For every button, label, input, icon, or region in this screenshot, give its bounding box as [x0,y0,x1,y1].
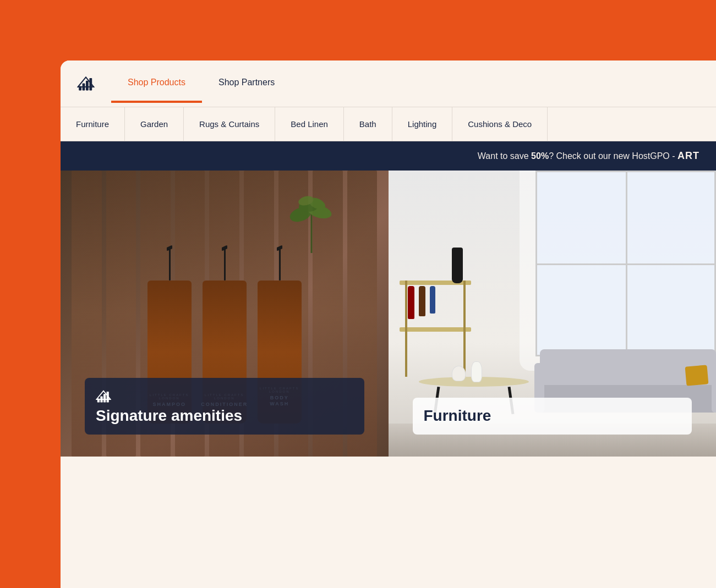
pump-conditioner [222,242,227,281]
window-frame [535,171,716,356]
cart-vase [452,248,463,283]
promo-text-before: Want to save [478,151,531,161]
main-card: Shop Products Shop Partners Furniture Ga… [61,61,716,588]
pump-shampoo [167,242,172,281]
top-nav: Shop Products Shop Partners [61,61,716,107]
cart-bottle-2 [419,286,425,316]
category-nav: Furniture Garden Rugs & Curtains Bed Lin… [61,107,716,141]
tab-shop-partners[interactable]: Shop Partners [202,64,291,103]
logo-icon [77,74,95,91]
amenities-overlay-box: Signature amenities [85,378,364,435]
amenities-overlay-icon [96,388,111,405]
sofa-cushion [685,365,709,386]
pump-bodywash [277,242,282,281]
product-grid: LITTLE CRAFTS LONDON SHAMPOO [61,171,716,457]
window-v-divider [626,172,627,355]
promo-cta: ART [677,150,699,161]
outer-wrapper: Shop Products Shop Partners Furniture Ga… [0,0,716,588]
furniture-card-title: Furniture [424,408,681,425]
category-garden[interactable]: Garden [125,107,184,141]
table-vase-1 [452,366,466,381]
svg-rect-2 [86,81,89,91]
svg-rect-19 [103,394,106,402]
furniture-overlay-box: Furniture [413,398,692,435]
logo-area[interactable] [61,61,111,107]
cart-bottle-1 [408,286,414,319]
category-cushions-deco[interactable]: Cushions & Deco [452,107,548,141]
svg-rect-11 [169,248,171,281]
category-rugs-curtains[interactable]: Rugs & Curtains [184,107,275,141]
furniture-overlay: Furniture [389,387,717,457]
svg-rect-15 [279,248,281,281]
category-lighting[interactable]: Lighting [392,107,453,141]
amenities-card-title: Signature amenities [96,408,353,425]
amenities-overlay: Signature amenities [61,367,389,457]
product-card-furniture[interactable]: Furniture [389,171,717,457]
promo-highlight: 50% [531,151,549,161]
category-furniture[interactable]: Furniture [61,107,125,141]
cart-leg-right [463,281,466,377]
product-card-amenities[interactable]: LITTLE CRAFTS LONDON SHAMPOO [61,171,389,457]
cart-bottle-3 [430,286,435,314]
promo-text-after: ? Check out our new HostGPO - [549,151,677,161]
cart-mid-shelf [400,327,471,332]
amenities-logo-icon [96,388,111,403]
cart-leg-left [405,281,407,377]
svg-rect-13 [224,248,226,281]
tab-shop-products[interactable]: Shop Products [111,64,202,103]
promo-banner: Want to save 50%? Check out our new Host… [61,141,716,171]
category-bath[interactable]: Bath [344,107,392,141]
table-vase-2 [471,361,482,382]
category-bed-linen[interactable]: Bed Linen [275,107,344,141]
